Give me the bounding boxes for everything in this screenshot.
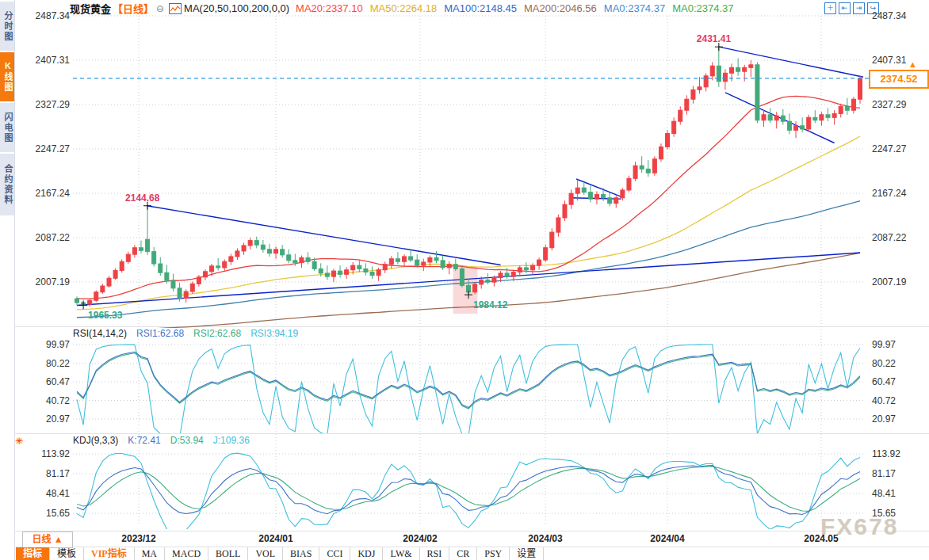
toolbar-item-CCI[interactable]: CCI bbox=[319, 547, 350, 560]
current-price-tag: 2374.52 bbox=[869, 70, 929, 89]
toolbar-item-CR[interactable]: CR bbox=[449, 547, 477, 560]
toolbar-item-MACD[interactable]: MACD bbox=[165, 547, 208, 560]
toolbar-item-BOLL[interactable]: BOLL bbox=[208, 547, 248, 560]
price-up-arrow-icon: ▲ bbox=[908, 59, 917, 69]
extreme-markers bbox=[79, 43, 723, 309]
date-label: 2023/12 bbox=[121, 533, 155, 544]
date-label: 2024/04 bbox=[650, 533, 684, 544]
rsi-lines bbox=[77, 345, 860, 438]
toolbar-item-PSY[interactable]: PSY bbox=[477, 547, 510, 560]
date-label: 2024/01 bbox=[258, 533, 292, 544]
toolbar-item-LW&[interactable]: LW& bbox=[383, 547, 419, 560]
date-label: 2024/02 bbox=[403, 533, 437, 544]
date-label: 2024/03 bbox=[528, 533, 562, 544]
toolbar-item-MA[interactable]: MA bbox=[135, 547, 165, 560]
main-chart-canvas[interactable] bbox=[0, 0, 929, 531]
toolbar-item-RSI[interactable]: RSI bbox=[420, 547, 450, 560]
period-selector-button[interactable]: 日线 ▲ bbox=[22, 531, 73, 548]
price-annotation-1965.33: 1965.33 bbox=[88, 310, 122, 321]
price-annotation-2144.68: 2144.68 bbox=[125, 192, 159, 204]
watermark: FX678 bbox=[820, 513, 898, 540]
trading-app: 分时图K线图闪电图合约资料 现货黄金 【日线】 ⊖ MA(20,50,100,2… bbox=[0, 0, 929, 560]
price-annotation-2431.41: 2431.41 bbox=[697, 33, 731, 44]
indicator-toolbar: 指标模板VIP指标MAMACDBOLLVOLBIASCCIKDJLW&RSICR… bbox=[16, 547, 544, 560]
toolbar-item-KDJ[interactable]: KDJ bbox=[350, 547, 383, 560]
toolbar-item-VIP指标[interactable]: VIP指标 bbox=[84, 547, 135, 560]
toolbar-item-设置[interactable]: 设置 bbox=[510, 547, 544, 560]
kdj-lines bbox=[77, 453, 860, 531]
toolbar-item-VOL[interactable]: VOL bbox=[248, 547, 283, 560]
toolbar-item-指标[interactable]: 指标 bbox=[16, 547, 50, 560]
panel-separator bbox=[14, 531, 929, 531]
toolbar-item-模板[interactable]: 模板 bbox=[50, 547, 84, 560]
toolbar-item-BIAS[interactable]: BIAS bbox=[283, 547, 319, 560]
price-annotation-1984.12: 1984.12 bbox=[473, 299, 507, 310]
